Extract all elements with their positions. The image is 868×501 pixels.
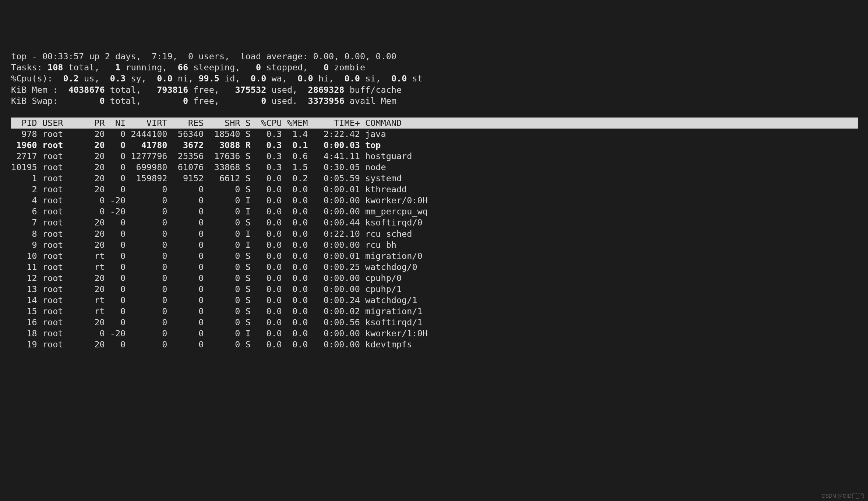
process-row[interactable]: 18 root 0 -20 0 0 0 I 0.0 0.0 0:00.00 kw… [11,328,868,339]
process-row[interactable]: 2 root 20 0 0 0 0 S 0.0 0.0 0:00.01 kthr… [11,184,868,195]
summary-line-mem: KiB Mem : 4038676 total, 793816 free, 37… [11,84,868,95]
process-row[interactable]: 9 root 20 0 0 0 0 I 0.0 0.0 0:00.00 rcu_… [11,239,868,251]
process-row[interactable]: 16 root 20 0 0 0 0 S 0.0 0.0 0:00.56 kso… [11,317,868,328]
summary-line-tasks: Tasks: 108 total, 1 running, 66 sleeping… [11,62,868,73]
process-row[interactable]: 4 root 0 -20 0 0 0 I 0.0 0.0 0:00.00 kwo… [11,195,868,206]
process-row[interactable]: 6 root 0 -20 0 0 0 I 0.0 0.0 0:00.00 mm_… [11,206,868,217]
process-row[interactable]: 13 root 20 0 0 0 0 S 0.0 0.0 0:00.00 cpu… [11,284,868,295]
process-row[interactable]: 10 root rt 0 0 0 0 S 0.0 0.0 0:00.01 mig… [11,251,868,262]
process-row[interactable]: 2717 root 20 0 1277796 25356 17636 S 0.3… [11,151,868,162]
summary-line-uptime: top - 00:33:57 up 2 days, 7:19, 0 users,… [11,51,868,62]
summary-line-swap: KiB Swap: 0 total, 0 free, 0 used. 33739… [11,95,868,106]
terminal-output[interactable]: top - 00:33:57 up 2 days, 7:19, 0 users,… [11,51,868,350]
process-table-header[interactable]: PID USER PR NI VIRT RES SHR S %CPU %MEM … [11,118,858,129]
process-row[interactable]: 15 root rt 0 0 0 0 S 0.0 0.0 0:00.02 mig… [11,306,868,317]
process-row[interactable]: 14 root rt 0 0 0 0 S 0.0 0.0 0:00.24 wat… [11,295,868,306]
process-row[interactable]: 12 root 20 0 0 0 0 S 0.0 0.0 0:00.00 cpu… [11,273,868,284]
process-row[interactable]: 1 root 20 0 159892 9152 6612 S 0.0 0.2 0… [11,173,868,184]
watermark: CSDN @CID( ͡ _ ͡°) [822,493,864,500]
process-row[interactable]: 10195 root 20 0 699980 61076 33868 S 0.3… [11,162,868,173]
process-row[interactable]: 7 root 20 0 0 0 0 S 0.0 0.0 0:00.44 ksof… [11,217,868,228]
process-row[interactable]: 978 root 20 0 2444100 56340 18540 S 0.3 … [11,129,868,140]
process-row[interactable]: 11 root rt 0 0 0 0 S 0.0 0.0 0:00.25 wat… [11,262,868,273]
blank-line [11,106,868,118]
process-table: PID USER PR NI VIRT RES SHR S %CPU %MEM … [11,118,868,350]
process-row[interactable]: 19 root 20 0 0 0 0 S 0.0 0.0 0:00.00 kde… [11,339,868,350]
process-row[interactable]: 8 root 20 0 0 0 0 I 0.0 0.0 0:22.10 rcu_… [11,228,868,239]
process-row[interactable]: 1960 root 20 0 41780 3672 3088 R 0.3 0.1… [11,140,868,151]
summary-line-cpu: %Cpu(s): 0.2 us, 0.3 sy, 0.0 ni, 99.5 id… [11,73,868,84]
